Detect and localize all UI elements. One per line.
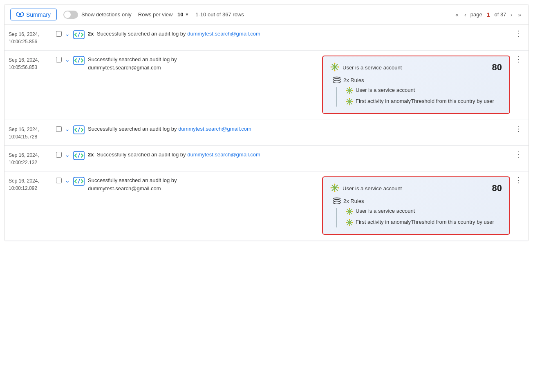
detection-snowflake-icon xyxy=(330,62,339,73)
svg-line-36 xyxy=(78,179,80,183)
svg-point-10 xyxy=(334,62,336,64)
rules-count-label: 2x Rules xyxy=(343,77,364,83)
summary-button[interactable]: Summary xyxy=(10,9,57,20)
row-checkbox[interactable] xyxy=(56,152,62,158)
rule-snowflake-icon xyxy=(346,208,353,216)
toolbar: Summary Show detections only Rows per vi… xyxy=(4,4,529,25)
first-page-button[interactable]: « xyxy=(454,11,460,19)
svg-point-28 xyxy=(349,105,350,105)
chevron-down-icon: ▼ xyxy=(185,12,189,17)
row-timestamp: Sep 16, 2024,10:05:56.853 xyxy=(9,56,53,71)
svg-line-34 xyxy=(78,154,80,158)
detection-title: User is a service account xyxy=(343,185,402,192)
expand-chevron[interactable]: ⌄ xyxy=(65,56,70,63)
expand-chevron[interactable]: ⌄ xyxy=(65,31,70,37)
row-text: 2x Successfully searched an audit log by… xyxy=(88,151,510,159)
row-text: Successfully searched an audit log bydum… xyxy=(88,56,177,71)
expand-chevron[interactable]: ⌄ xyxy=(65,151,70,158)
svg-point-42 xyxy=(334,191,336,192)
svg-point-1 xyxy=(19,13,21,16)
expand-chevron[interactable]: ⌄ xyxy=(65,177,70,184)
svg-point-44 xyxy=(338,187,339,188)
eye-icon xyxy=(16,11,24,18)
row-content: Successfully searched an audit log by du… xyxy=(88,125,510,133)
prev-page-button[interactable]: ‹ xyxy=(463,11,468,19)
next-page-button[interactable]: › xyxy=(509,11,514,19)
row-timestamp: Sep 16, 2024,10:00:12.092 xyxy=(9,176,53,192)
rule-text: First activity in anomalyThreshold from … xyxy=(356,98,494,104)
svg-point-12 xyxy=(331,66,332,67)
svg-point-61 xyxy=(352,222,353,223)
row-content: Successfully searched an audit log bydum… xyxy=(88,56,319,71)
table-row: Sep 16, 2024,10:04:15.728 ⌄ Successfully… xyxy=(4,120,529,146)
pagination: « ‹ page 1 of 37 › » xyxy=(454,11,523,19)
rows-info: 1-10 out of 367 rows xyxy=(195,11,244,18)
row-icon xyxy=(73,151,85,161)
current-page: 1 xyxy=(485,11,492,18)
rule-text: User is a service account xyxy=(356,87,415,93)
rules-section: 2x Rules xyxy=(330,76,502,107)
table-row: Sep 16, 2024,10:00:12.092 ⌄ Successfully… xyxy=(4,172,529,241)
more-options-button[interactable]: ⋮ xyxy=(513,125,524,132)
svg-line-3 xyxy=(78,33,80,37)
svg-point-51 xyxy=(349,214,350,215)
rule-snowflake-icon xyxy=(346,98,353,107)
more-options-button[interactable]: ⋮ xyxy=(513,30,524,37)
expand-chevron[interactable]: ⌄ xyxy=(65,126,70,132)
svg-point-50 xyxy=(349,208,350,209)
stack-icon xyxy=(333,76,341,85)
main-container: Summary Show detections only Rows per vi… xyxy=(4,4,529,241)
rule-text: User is a service account xyxy=(356,208,415,214)
email-link[interactable]: dummytest.search@gmail.com xyxy=(187,151,260,158)
more-options-button[interactable]: ⋮ xyxy=(513,151,524,158)
svg-point-13 xyxy=(338,66,339,67)
rows-per-view-selector[interactable]: Rows per view 10 ▼ xyxy=(138,11,189,18)
svg-point-19 xyxy=(349,87,350,88)
list-item: First activity in anomalyThreshold from … xyxy=(346,98,502,107)
detection-score: 80 xyxy=(492,183,502,194)
detections-toggle[interactable] xyxy=(63,11,78,19)
badge-count: 2x xyxy=(88,151,94,158)
show-detections-label: Show detections only xyxy=(81,11,132,18)
stack-icon xyxy=(333,197,341,205)
detection-snowflake-icon xyxy=(330,183,339,194)
row-checkbox[interactable] xyxy=(56,57,62,62)
row-checkbox[interactable] xyxy=(56,31,62,37)
row-checkbox[interactable] xyxy=(56,126,62,132)
detection-title-row: User is a service account xyxy=(330,183,402,194)
rules-header: 2x Rules xyxy=(330,197,502,205)
rows-per-view-label: Rows per view xyxy=(138,11,173,18)
detection-title-row: User is a service account xyxy=(330,62,402,73)
table-row: Sep 16, 2024,10:00:22.132 ⌄ 2x Successfu… xyxy=(4,146,529,172)
more-options-button[interactable]: ⋮ xyxy=(513,176,524,184)
summary-label: Summary xyxy=(26,11,51,18)
rules-header: 2x Rules xyxy=(330,76,502,85)
row-text: 2x Successfully searched an audit log by… xyxy=(88,30,510,38)
of-label: of 37 xyxy=(495,11,506,18)
detection-panel: User is a service account 80 2x xyxy=(322,56,510,114)
list-item: User is a service account xyxy=(346,208,502,216)
svg-point-27 xyxy=(349,98,350,99)
svg-point-22 xyxy=(352,90,353,91)
row-timestamp: Sep 16, 2024,10:00:22.132 xyxy=(9,151,53,166)
svg-point-41 xyxy=(334,183,336,185)
email-link[interactable]: dummytest.search@gmail.com xyxy=(178,126,251,132)
svg-point-52 xyxy=(346,211,347,212)
more-options-button[interactable]: ⋮ xyxy=(513,56,524,63)
page-label: page xyxy=(470,11,482,18)
rule-text: First activity in anomalyThreshold from … xyxy=(356,219,494,225)
row-icon xyxy=(73,56,85,66)
row-text: Successfully searched an audit log by du… xyxy=(88,125,510,133)
row-checkbox[interactable] xyxy=(56,178,62,183)
rows-area: Sep 16, 2024,10:06:25.856 ⌄ 2x Successfu… xyxy=(4,25,529,241)
row-content: 2x Successfully searched an audit log by… xyxy=(88,30,510,38)
row-timestamp: Sep 16, 2024,10:06:25.856 xyxy=(9,30,53,45)
rows-per-view-count: 10 xyxy=(177,11,183,18)
detections-toggle-wrap: Show detections only xyxy=(63,11,132,19)
last-page-button[interactable]: » xyxy=(516,11,523,19)
list-item: First activity in anomalyThreshold from … xyxy=(346,219,502,227)
row-icon xyxy=(73,30,85,40)
badge-count: 2x xyxy=(88,31,94,37)
email-link[interactable]: dummytest.search@gmail.com xyxy=(187,31,260,37)
rule-snowflake-icon xyxy=(346,87,353,96)
